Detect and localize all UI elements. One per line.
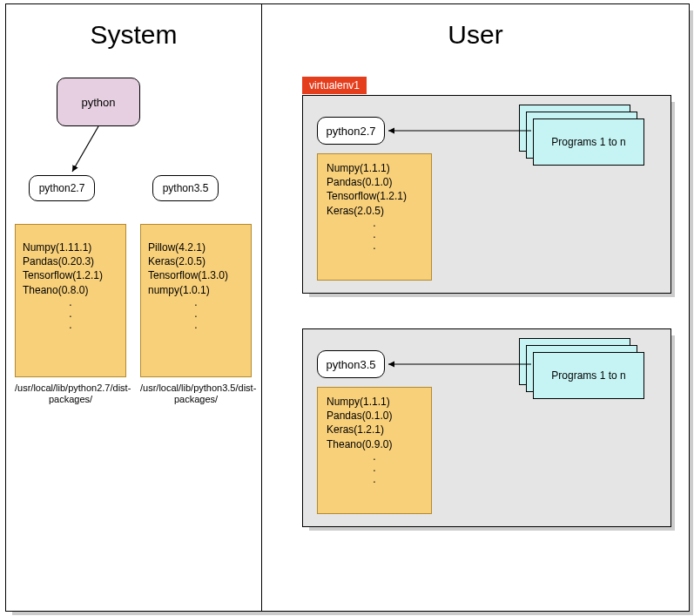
virtualenv1-tag: virtualenv1 — [302, 77, 367, 94]
venv1-pkg-l4: Keras(2.0.5) — [327, 204, 422, 218]
system-cap35: /usr/local/lib/python3.5/dist-packages/ — [140, 382, 252, 404]
venv1-python-box: python2.7 — [317, 117, 385, 145]
pkg27-line3: Tensorflow(1.2.1) — [23, 268, 118, 282]
venv2-pkg-l3: Keras(1.2.1) — [327, 423, 422, 437]
system-pkg27-box: Numpy(1.11.1) Pandas(0.20.3) Tensorflow(… — [15, 224, 126, 377]
venv1-pkg-box: Numpy(1.1.1) Pandas(0.1.0) Tensorflow(1.… — [317, 153, 432, 281]
arrow-venv2-programs-to-python — [385, 359, 535, 376]
svg-line-0 — [72, 126, 98, 172]
venv2-python-box: python3.5 — [317, 350, 385, 378]
pkg27-line2: Pandas(0.20.3) — [23, 254, 118, 268]
venv2-programs-label: Programs 1 to n — [551, 369, 625, 382]
pkg27-dots: . . . — [23, 297, 118, 332]
system-pkg35-box: Pillow(4.2.1) Keras(2.0.5) Tensorflow(1.… — [140, 224, 252, 377]
venv1-pkg-l1: Numpy(1.1.1) — [327, 161, 422, 175]
virtualenv2-box: python3.5 Numpy(1.1.1) Pandas(0.1.0) Ker… — [302, 328, 671, 527]
python-root-label: python — [81, 96, 115, 109]
pkg35-line1: Pillow(4.2.1) — [148, 240, 244, 254]
venv1-pkg-l2: Pandas(0.1.0) — [327, 175, 422, 189]
venv1-pkg-l3: Tensorflow(1.2.1) — [327, 189, 422, 203]
system-title: System — [6, 20, 261, 50]
venv2-pkg-l4: Theano(0.9.0) — [327, 437, 422, 451]
venv1-python-label: python2.7 — [326, 125, 375, 138]
python-root-box: python — [57, 78, 140, 126]
pkg35-line3: Tensorflow(1.3.0) — [148, 268, 244, 282]
venv2-pkg-dots: . . . — [327, 451, 422, 486]
system-python27-box: python2.7 — [29, 175, 95, 201]
system-python27-label: python2.7 — [39, 182, 85, 194]
user-column: User virtualenv1 python2.7 Numpy(1.1.1) … — [262, 4, 689, 611]
venv1-programs-label: Programs 1 to n — [551, 136, 625, 148]
user-title: User — [262, 20, 689, 50]
pkg27-line1: Numpy(1.11.1) — [23, 240, 118, 254]
pkg35-dots: . . . — [148, 297, 244, 332]
system-python35-box: python3.5 — [152, 175, 219, 201]
venv1-pkg-dots: . . . — [327, 218, 422, 253]
pkg35-line4: numpy(1.0.1) — [148, 283, 244, 297]
venv2-pkg-l2: Pandas(0.1.0) — [327, 409, 422, 423]
system-python35-label: python3.5 — [163, 182, 209, 194]
pkg35-line2: Keras(2.0.5) — [148, 254, 244, 268]
system-column: System python python2.7 python3.5 Numpy(… — [6, 4, 262, 611]
system-cap27: /usr/local/lib/python2.7/dist-packages/ — [15, 382, 126, 404]
virtualenv1-box: virtualenv1 python2.7 Numpy(1.1.1) Panda… — [302, 95, 671, 294]
arrow-venv1-programs-to-python — [385, 125, 535, 143]
venv2-pkg-l1: Numpy(1.1.1) — [327, 395, 422, 409]
pkg27-line4: Theano(0.8.0) — [23, 283, 118, 297]
diagram-frame: System python python2.7 python3.5 Numpy(… — [5, 3, 690, 612]
venv1-program-card-front: Programs 1 to n — [533, 118, 644, 166]
arrow-root-to-py27 — [67, 126, 119, 179]
venv2-pkg-box: Numpy(1.1.1) Pandas(0.1.0) Keras(1.2.1) … — [317, 387, 432, 514]
venv2-program-card-front: Programs 1 to n — [533, 352, 644, 399]
venv2-python-label: python3.5 — [326, 358, 375, 371]
